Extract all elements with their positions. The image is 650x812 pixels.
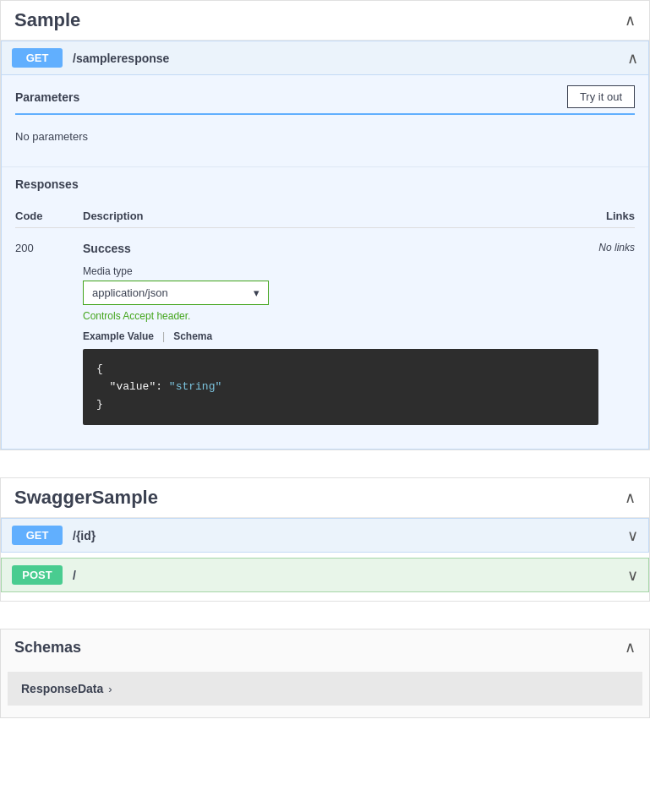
sample-section-header: Sample ∧ <box>1 1 649 41</box>
example-schema-tabs: Example Value | Schema <box>83 330 598 342</box>
schemas-collapse-icon[interactable]: ∧ <box>625 638 636 657</box>
parameters-section: Parameters Try it out No parameters <box>2 75 648 167</box>
swagger-sample-section: SwaggerSample ∧ GET /{id} ∨ POST / ∨ <box>0 477 650 602</box>
success-text: Success <box>83 242 598 255</box>
controls-accept-text: Controls Accept header. <box>83 310 598 322</box>
get-sampleresponse-row[interactable]: GET /sampleresponse ∧ <box>1 41 649 75</box>
schema-item-responsedata[interactable]: ResponseData › <box>8 672 642 706</box>
get-id-path: /{id} <box>73 529 627 542</box>
swagger-sample-title: SwaggerSample <box>14 487 158 509</box>
spacer-1 <box>0 450 650 464</box>
spacer-4 <box>1 712 649 717</box>
schema-responsedata-arrow: › <box>108 683 112 695</box>
post-root-row[interactable]: POST / ∨ <box>1 558 649 592</box>
dropdown-chevron-icon: ▾ <box>254 286 259 299</box>
schemas-title: Schemas <box>14 639 81 657</box>
no-parameters-text: No parameters <box>15 123 635 150</box>
response-code-200: 200 <box>15 242 83 254</box>
media-type-select[interactable]: application/json ▾ <box>83 281 269 305</box>
sample-title: Sample <box>14 9 80 31</box>
response-table-header: Code Description Links <box>15 204 635 228</box>
response-row-200: 200 Success Media type application/json … <box>15 235 635 432</box>
col-links-header: Links <box>606 210 635 222</box>
get-id-method-badge: GET <box>12 526 63 545</box>
response-desc-200: Success Media type application/json ▾ Co… <box>83 242 598 425</box>
schema-tab[interactable]: Schema <box>173 330 212 342</box>
get-id-chevron[interactable]: ∨ <box>627 526 638 545</box>
post-chevron[interactable]: ∨ <box>627 566 638 585</box>
schema-responsedata-name: ResponseData <box>21 682 103 695</box>
spacer-2 <box>1 592 649 601</box>
parameters-header: Parameters Try it out <box>15 85 635 115</box>
get-id-row[interactable]: GET /{id} ∨ <box>1 518 649 553</box>
spacer-3 <box>0 602 650 615</box>
swagger-sample-header: SwaggerSample ∧ <box>1 478 649 518</box>
example-code-block: { "value": "string" } <box>83 349 598 425</box>
swagger-sample-collapse-icon[interactable]: ∧ <box>625 488 636 507</box>
schemas-header: Schemas ∧ <box>1 629 649 665</box>
sampleresponse-path: /sampleresponse <box>73 52 627 65</box>
post-method-badge: POST <box>12 565 63 585</box>
page-wrapper: Sample ∧ GET /sampleresponse ∧ Parameter… <box>0 0 650 718</box>
responses-section: Responses Code Description Links 200 Suc… <box>2 167 648 449</box>
try-it-button[interactable]: Try it out <box>567 85 635 108</box>
get-method-badge: GET <box>12 48 63 68</box>
sampleresponse-content: Parameters Try it out No parameters Resp… <box>1 75 649 450</box>
sample-section: Sample ∧ GET /sampleresponse ∧ Parameter… <box>0 0 650 450</box>
schemas-section: Schemas ∧ ResponseData › <box>0 629 650 718</box>
example-value-tab[interactable]: Example Value <box>83 330 154 342</box>
sampleresponse-chevron[interactable]: ∧ <box>627 49 638 68</box>
response-links-200: No links <box>598 242 635 253</box>
tab-divider: | <box>162 330 165 342</box>
post-path: / <box>73 569 627 582</box>
sample-collapse-icon[interactable]: ∧ <box>625 11 636 30</box>
responses-title: Responses <box>15 177 635 191</box>
parameters-title: Parameters <box>15 90 79 104</box>
col-code-header: Code <box>15 210 83 222</box>
media-type-value: application/json <box>92 286 168 299</box>
media-type-label: Media type <box>83 265 598 277</box>
col-desc-header: Description <box>83 210 606 222</box>
